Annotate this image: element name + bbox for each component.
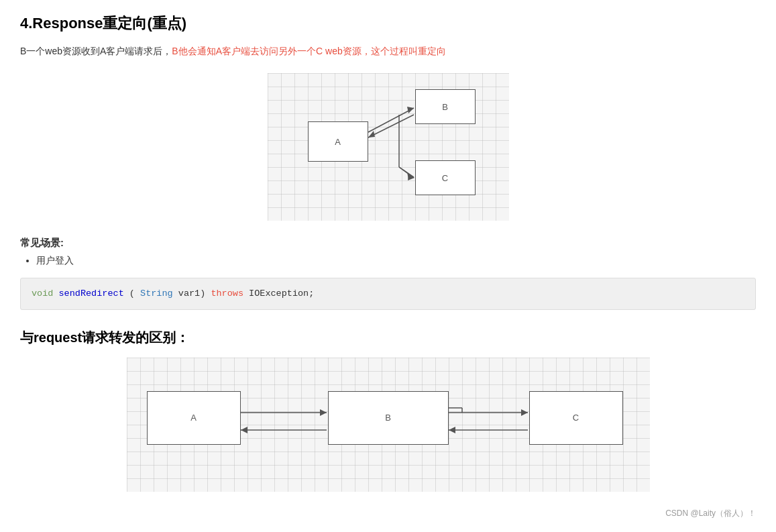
svg-marker-1 — [407, 107, 414, 113]
desc-prefix: B一个web资源收到A客户端请求后， — [20, 46, 172, 56]
compare-diagram: A B C — [127, 358, 650, 492]
compare-arrows — [127, 358, 650, 492]
redirect-arrows — [268, 73, 509, 221]
desc-highlight: B他会通知A客户端去访问另外一个C web资源，这个过程叫重定向 — [172, 46, 445, 56]
code-throws: throws — [211, 288, 243, 299]
svg-marker-15 — [521, 409, 528, 416]
code-void: void — [32, 288, 53, 299]
code-param: var1) — [178, 288, 211, 299]
redirect-diagram: A B C — [268, 73, 509, 221]
code-block: void sendRedirect ( String var1) throws … — [20, 278, 756, 310]
code-paren-open: ( — [129, 288, 135, 299]
code-type: String — [140, 288, 173, 299]
code-exception: IOException; — [249, 288, 314, 299]
svg-marker-13 — [241, 427, 247, 433]
compare-title: 与request请求转发的区别： — [20, 329, 756, 347]
svg-line-0 — [368, 108, 414, 132]
compare-diagram-container: A B C — [20, 358, 756, 492]
redirect-diagram-container: A B C — [20, 73, 756, 221]
common-scene-title: 常见场景: — [20, 237, 756, 250]
svg-marker-17 — [449, 427, 455, 433]
common-scene-section: 常见场景: 用户登入 — [20, 237, 756, 267]
code-method: sendRedirect — [59, 288, 124, 299]
svg-marker-11 — [320, 409, 327, 416]
page-title: 4.Response重定向(重点) — [20, 13, 756, 34]
list-item: 用户登入 — [36, 255, 756, 267]
svg-line-2 — [368, 115, 414, 138]
description: B一个web资源收到A客户端请求后，B他会通知A客户端去访问另外一个C web资… — [20, 43, 756, 60]
common-scene-list: 用户登入 — [36, 255, 756, 267]
watermark: CSDN @Laity（俗人）！ — [20, 508, 756, 519]
